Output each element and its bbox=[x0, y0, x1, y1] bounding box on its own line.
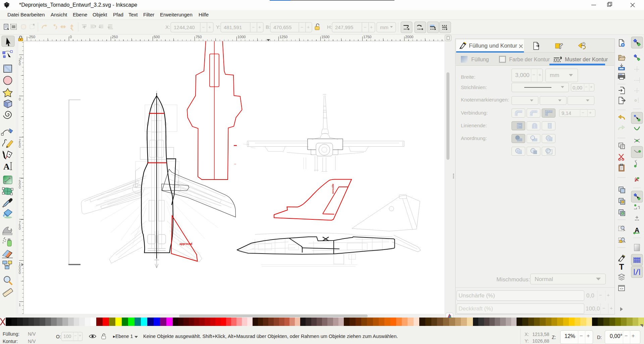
svg-text:<>: <> bbox=[620, 287, 624, 290]
svg-text:481,591: 481,591 bbox=[224, 24, 242, 30]
svg-text:+: + bbox=[208, 24, 211, 30]
svg-text:1244,240: 1244,240 bbox=[174, 24, 195, 30]
svg-text:B:: B: bbox=[266, 24, 270, 30]
svg-text:−: − bbox=[301, 24, 303, 30]
svg-text:mm: mm bbox=[380, 24, 388, 30]
svg-text:X:: X: bbox=[165, 24, 170, 30]
svg-text:−: − bbox=[252, 24, 255, 30]
svg-text:Y:: Y: bbox=[216, 24, 220, 30]
svg-text:H:: H: bbox=[327, 24, 332, 30]
svg-text:T: T bbox=[619, 262, 624, 271]
svg-text:A: A bbox=[635, 226, 639, 234]
svg-text:approved: approved bbox=[332, 184, 334, 194]
svg-text:247,995: 247,995 bbox=[335, 24, 353, 30]
svg-text:+: + bbox=[370, 24, 373, 30]
svg-text:approved: approved bbox=[179, 242, 192, 246]
svg-text:A: A bbox=[3, 162, 10, 171]
svg-text:+: + bbox=[307, 24, 310, 30]
svg-text:470,655: 470,655 bbox=[273, 24, 291, 30]
svg-text:−: − bbox=[202, 24, 205, 30]
svg-text:−: − bbox=[364, 24, 366, 30]
svg-text:+: + bbox=[258, 24, 261, 30]
